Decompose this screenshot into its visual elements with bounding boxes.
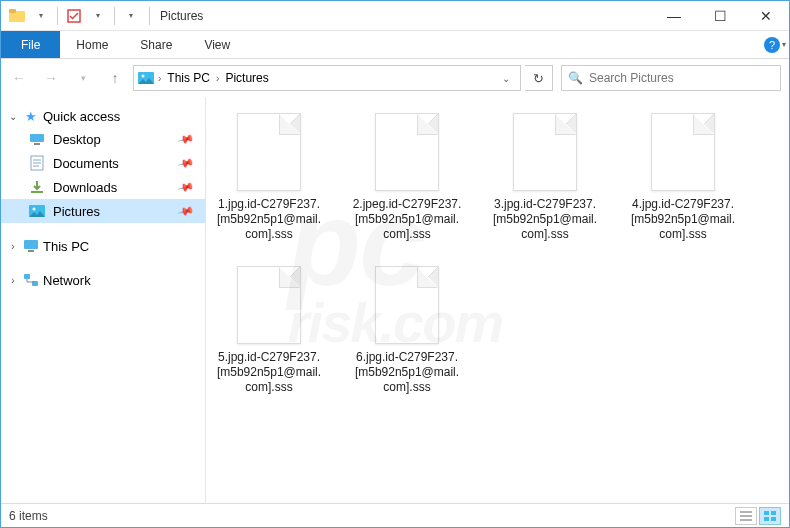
svg-rect-8 xyxy=(31,191,43,193)
properties-icon[interactable] xyxy=(64,6,84,26)
recent-locations-button[interactable]: ▾ xyxy=(69,64,97,92)
qat-dropdown2-icon[interactable]: ▾ xyxy=(88,6,108,26)
chevron-right-icon[interactable]: › xyxy=(158,73,161,84)
file-item[interactable]: 1.jpg.id-C279F237.[m5b92n5p1@mail.com].s… xyxy=(214,113,324,242)
explorer-body: ⌄ ★ Quick access Desktop📌Documents📌Downl… xyxy=(1,97,789,503)
tab-view[interactable]: View xyxy=(188,31,246,58)
separator xyxy=(114,7,115,25)
svg-rect-18 xyxy=(771,517,776,521)
sidebar-item-label: Desktop xyxy=(53,132,101,147)
sidebar-item-label: Documents xyxy=(53,156,119,171)
pic-icon xyxy=(29,203,45,219)
svg-point-4 xyxy=(142,75,145,78)
file-name: 1.jpg.id-C279F237.[m5b92n5p1@mail.com].s… xyxy=(214,197,324,242)
folder-icon xyxy=(7,6,27,26)
star-icon: ★ xyxy=(23,108,39,124)
sidebar-item-label: Pictures xyxy=(53,204,100,219)
view-switcher xyxy=(735,507,781,525)
back-button[interactable]: ← xyxy=(5,64,33,92)
up-button[interactable]: ↑ xyxy=(101,64,129,92)
computer-icon xyxy=(23,238,39,254)
navigation-bar: ← → ▾ ↑ › This PC › Pictures ⌄ ↻ 🔍 Searc… xyxy=(1,59,789,97)
breadcrumb-pictures[interactable]: Pictures xyxy=(223,71,270,85)
this-pc-label: This PC xyxy=(43,239,89,254)
file-list[interactable]: 1.jpg.id-C279F237.[m5b92n5p1@mail.com].s… xyxy=(206,97,789,503)
sidebar-item-documents[interactable]: Documents📌 xyxy=(1,151,205,175)
file-icon xyxy=(375,113,439,191)
file-icon xyxy=(513,113,577,191)
pin-icon: 📌 xyxy=(177,130,196,148)
svg-rect-16 xyxy=(771,511,776,515)
search-input[interactable]: 🔍 Search Pictures xyxy=(561,65,781,91)
qat-dropdown-icon[interactable]: ▾ xyxy=(31,6,51,26)
chevron-down-icon: ⌄ xyxy=(7,111,19,122)
ribbon-tabs: File Home Share View ? ▾ xyxy=(1,31,789,59)
svg-rect-12 xyxy=(28,250,34,252)
network-group: › Network xyxy=(1,269,205,291)
search-icon: 🔍 xyxy=(568,71,583,85)
dl-icon xyxy=(29,179,45,195)
sidebar-item-label: Downloads xyxy=(53,180,117,195)
pin-icon: 📌 xyxy=(177,202,196,220)
file-icon xyxy=(237,266,301,344)
svg-rect-17 xyxy=(764,517,769,521)
chevron-right-icon[interactable]: › xyxy=(216,73,219,84)
file-name: 3.jpg.id-C279F237.[m5b92n5p1@mail.com].s… xyxy=(490,197,600,242)
ribbon-help[interactable]: ? ▾ xyxy=(761,31,789,58)
file-item[interactable]: 2.jpeg.id-C279F237.[m5b92n5p1@mail.com].… xyxy=(352,113,462,242)
file-name: 6.jpg.id-C279F237.[m5b92n5p1@mail.com].s… xyxy=(352,350,462,395)
refresh-button[interactable]: ↻ xyxy=(525,65,553,91)
maximize-button[interactable]: ☐ xyxy=(697,1,743,31)
pin-icon: 📌 xyxy=(177,178,196,196)
svg-rect-5 xyxy=(30,134,44,142)
file-item[interactable]: 3.jpg.id-C279F237.[m5b92n5p1@mail.com].s… xyxy=(490,113,600,242)
quick-access-group: ⌄ ★ Quick access Desktop📌Documents📌Downl… xyxy=(1,105,205,223)
network-label: Network xyxy=(43,273,91,288)
breadcrumb-thispc[interactable]: This PC xyxy=(165,71,212,85)
doc-icon xyxy=(29,155,45,171)
icons-view-button[interactable] xyxy=(759,507,781,525)
network-icon xyxy=(23,272,39,288)
monitor-icon xyxy=(29,131,45,147)
tab-home[interactable]: Home xyxy=(60,31,124,58)
close-button[interactable]: ✕ xyxy=(743,1,789,31)
file-tab[interactable]: File xyxy=(1,31,60,58)
minimize-button[interactable]: — xyxy=(651,1,697,31)
sidebar-item-downloads[interactable]: Downloads📌 xyxy=(1,175,205,199)
chevron-right-icon: › xyxy=(7,275,19,286)
network-header[interactable]: › Network xyxy=(1,269,205,291)
customize-qat-icon[interactable]: ▾ xyxy=(121,6,141,26)
chevron-down-icon: ▾ xyxy=(782,40,786,49)
quick-access-label: Quick access xyxy=(43,109,120,124)
this-pc-group: › This PC xyxy=(1,235,205,257)
file-icon xyxy=(375,266,439,344)
tab-share[interactable]: Share xyxy=(124,31,188,58)
file-name: 4.jpg.id-C279F237.[m5b92n5p1@mail.com].s… xyxy=(628,197,738,242)
file-item[interactable]: 6.jpg.id-C279F237.[m5b92n5p1@mail.com].s… xyxy=(352,266,462,395)
svg-rect-15 xyxy=(764,511,769,515)
quick-access-toolbar: ▾ ▾ ▾ xyxy=(1,6,147,26)
file-item[interactable]: 4.jpg.id-C279F237.[m5b92n5p1@mail.com].s… xyxy=(628,113,738,242)
help-icon: ? xyxy=(764,37,780,53)
chevron-right-icon: › xyxy=(7,241,19,252)
forward-button[interactable]: → xyxy=(37,64,65,92)
file-name: 2.jpeg.id-C279F237.[m5b92n5p1@mail.com].… xyxy=(352,197,462,242)
address-bar[interactable]: › This PC › Pictures ⌄ xyxy=(133,65,521,91)
file-icon xyxy=(237,113,301,191)
pictures-icon xyxy=(138,70,154,86)
item-count: 6 items xyxy=(9,509,48,523)
pin-icon: 📌 xyxy=(177,154,196,172)
address-dropdown-icon[interactable]: ⌄ xyxy=(496,73,516,84)
svg-rect-11 xyxy=(24,240,38,249)
status-bar: 6 items xyxy=(1,503,789,527)
details-view-button[interactable] xyxy=(735,507,757,525)
file-icon xyxy=(651,113,715,191)
file-item[interactable]: 5.jpg.id-C279F237.[m5b92n5p1@mail.com].s… xyxy=(214,266,324,395)
this-pc-header[interactable]: › This PC xyxy=(1,235,205,257)
navigation-pane: ⌄ ★ Quick access Desktop📌Documents📌Downl… xyxy=(1,97,206,503)
sidebar-item-desktop[interactable]: Desktop📌 xyxy=(1,127,205,151)
separator xyxy=(57,7,58,25)
svg-rect-13 xyxy=(24,274,30,279)
quick-access-header[interactable]: ⌄ ★ Quick access xyxy=(1,105,205,127)
sidebar-item-pictures[interactable]: Pictures📌 xyxy=(1,199,205,223)
